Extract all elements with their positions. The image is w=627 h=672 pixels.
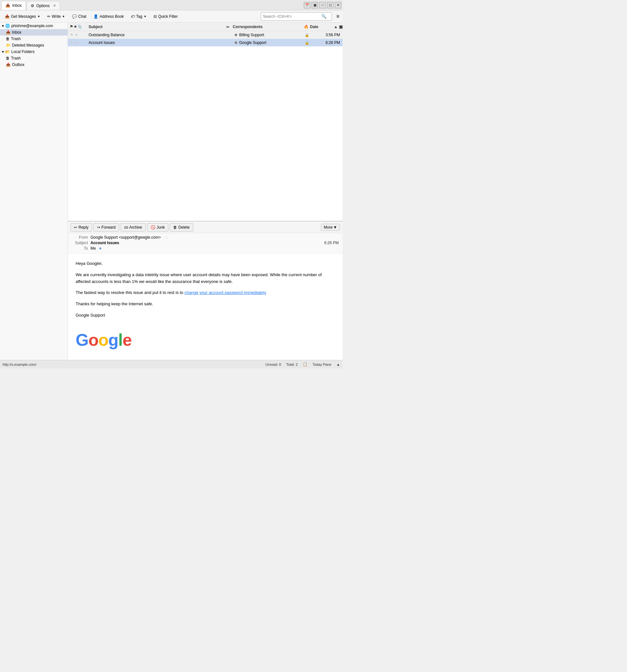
- more-arrow: ▼: [333, 225, 337, 230]
- email-2-dot-indicator: [235, 41, 237, 44]
- from-star-icon[interactable]: ☆: [165, 235, 168, 240]
- search-box[interactable]: 🔍: [261, 12, 332, 21]
- sidebar-item-trash1[interactable]: 🗑 Trash: [0, 35, 68, 42]
- logo-o1: o: [88, 331, 98, 349]
- options-tab-label: Options: [36, 4, 49, 8]
- local-folders-icon: 📂: [5, 49, 10, 54]
- sidebar: ▾ 🌐 phishme@example.com 📥 Inbox 🗑 Trash …: [0, 23, 68, 360]
- email-2-star[interactable]: ★: [75, 41, 78, 45]
- get-messages-icon: 📥: [5, 14, 10, 19]
- delete-label: Delete: [178, 225, 190, 230]
- search-input[interactable]: [263, 14, 321, 19]
- email-2-icons: ⚑ ★: [68, 41, 87, 45]
- logo-g: G: [76, 331, 88, 349]
- email-2-subject: Account Issues: [87, 41, 233, 45]
- forward-button[interactable]: ↪ Forward: [93, 223, 119, 232]
- chat-button[interactable]: 💬 Chat: [69, 12, 89, 21]
- from-label: From: [72, 235, 88, 240]
- password-change-link[interactable]: change your account password immediately: [184, 290, 266, 295]
- sidebar-item-deleted[interactable]: 📁 Deleted Messages: [0, 42, 68, 49]
- email-row-2[interactable]: ⚑ ★ Account Issues Google Support 🔒 6:26…: [68, 39, 343, 47]
- address-book-button[interactable]: 👤 Address Book: [91, 12, 127, 21]
- delete-button[interactable]: 🗑 Delete: [170, 223, 193, 232]
- email-row-1[interactable]: ⚑ ★ Outstanding Balance Billing Support …: [68, 31, 343, 39]
- menu-button[interactable]: ≡: [335, 14, 341, 19]
- layout-icon: ▦: [339, 25, 343, 29]
- today-pane-icon: 📋: [303, 362, 307, 366]
- status-dot-header: ∞: [226, 24, 229, 29]
- status-url: http://s.example.com/: [3, 362, 36, 366]
- email-1-dot: [233, 33, 239, 37]
- email-1-flag[interactable]: ⚑: [70, 33, 73, 37]
- archive-button[interactable]: 🗃 Archive: [121, 223, 146, 232]
- today-pane-arrow[interactable]: ▲: [336, 362, 340, 366]
- deleted-icon: 📁: [6, 43, 11, 48]
- email-to-row: To Me ★: [72, 246, 339, 250]
- get-messages-arrow: ▼: [37, 15, 40, 18]
- email-1-star[interactable]: ★: [75, 33, 78, 37]
- sidebar-item-inbox[interactable]: 📥 Inbox: [0, 29, 68, 35]
- subject-label: Subject: [72, 241, 88, 245]
- restore-btn[interactable]: ◻: [327, 2, 333, 8]
- archive-label: Archive: [129, 225, 142, 230]
- logo-o2: o: [98, 331, 108, 349]
- to-value: Me: [91, 246, 96, 250]
- delete-icon: 🗑: [173, 225, 177, 230]
- tag-arrow: ▼: [144, 15, 146, 18]
- sidebar-item-outbox[interactable]: 📤 Outbox: [0, 62, 68, 68]
- sidebar-item-local-folders[interactable]: ▾ 📂 Local Folders: [0, 49, 68, 55]
- today-pane-label: Today Pane: [312, 362, 331, 366]
- inbox-folder-icon: 📥: [6, 30, 11, 34]
- close-btn[interactable]: ✕: [335, 2, 341, 8]
- star-header-icon: ★: [74, 25, 77, 29]
- account-icon: 🌐: [5, 24, 10, 28]
- email-1-date: 3:56 PM: [310, 33, 343, 37]
- reply-button[interactable]: ↩ Reply: [71, 223, 92, 232]
- more-button[interactable]: More ▼: [321, 224, 340, 231]
- tab-options[interactable]: ⚙ Options ✕: [26, 1, 60, 10]
- trash1-label: Trash: [11, 37, 21, 41]
- sidebar-account[interactable]: ▾ 🌐 phishme@example.com: [0, 23, 68, 29]
- write-arrow: ▼: [62, 15, 65, 18]
- tab-inbox[interactable]: 📥 Inbox: [1, 1, 26, 10]
- trash1-icon: 🗑: [6, 37, 10, 41]
- trash2-icon: 🗑: [6, 56, 10, 61]
- tag-button[interactable]: 🏷 Tag ▼: [128, 12, 149, 21]
- email-2-correspondents: Google Support: [239, 41, 304, 45]
- paragraph2-before: The fastest way to resolve this issue an…: [76, 290, 184, 295]
- status-right: Unread: 0 Total: 2 📋 Today Pane ▲: [265, 362, 340, 366]
- forward-icon: ↪: [97, 225, 100, 230]
- email-2-date: 6:26 PM: [310, 41, 343, 45]
- junk-button[interactable]: 🚫 Junk: [147, 223, 168, 232]
- google-logo: Google: [76, 323, 335, 354]
- email-2-dot: [233, 41, 239, 45]
- email-1-icons: ⚑ ★: [68, 33, 87, 37]
- get-messages-button[interactable]: 📥 Get Messages ▼: [2, 12, 43, 21]
- email-1-status: 🔒: [304, 33, 310, 37]
- email-body: Heya Googler, We are currently investiga…: [68, 254, 343, 360]
- minimize-btn[interactable]: ─: [319, 2, 326, 8]
- tag-label: Tag: [136, 14, 142, 19]
- junk-label: Junk: [157, 225, 165, 230]
- header-subject[interactable]: Subject: [87, 25, 226, 29]
- to-star-icon[interactable]: ★: [99, 246, 102, 250]
- get-messages-label: Get Messages: [11, 14, 36, 19]
- header-correspondents[interactable]: Correspondents: [233, 25, 304, 29]
- more-label: More: [324, 225, 332, 230]
- total-count: Total: 2: [286, 362, 298, 366]
- quick-filter-button[interactable]: ⊟ Quick Filter: [151, 12, 181, 21]
- sidebar-item-trash2[interactable]: 🗑 Trash: [0, 55, 68, 62]
- calendar-btn[interactable]: 📅: [304, 2, 310, 8]
- write-icon: ✏: [47, 14, 50, 19]
- local-expand-icon: ▾: [2, 49, 4, 54]
- email-2-flag[interactable]: ⚑: [70, 41, 73, 45]
- options-tab-close[interactable]: ✕: [53, 4, 56, 8]
- write-button[interactable]: ✏ Write ▼: [44, 12, 68, 21]
- outbox-label: Outbox: [12, 63, 25, 67]
- header-date[interactable]: 🔥 Date ▲ ▦: [304, 25, 343, 29]
- tag-icon: 🏷: [131, 14, 135, 19]
- reading-pane: ↩ Reply ↪ Forward 🗃 Archive 🚫 Junk 🗑: [68, 221, 343, 360]
- quick-filter-label: Quick Filter: [158, 14, 178, 19]
- account-label: phishme@example.com: [11, 24, 53, 28]
- grid-btn[interactable]: ▦: [311, 2, 318, 8]
